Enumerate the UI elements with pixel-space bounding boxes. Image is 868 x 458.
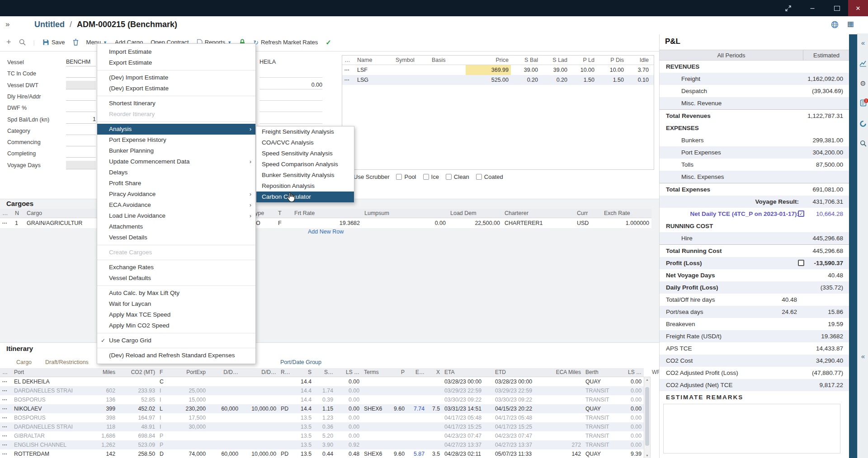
menu-item-delays[interactable]: Delays xyxy=(97,167,255,178)
field-input-completing[interactable] xyxy=(66,149,96,158)
tab-cargo[interactable]: Cargo xyxy=(16,359,32,365)
field-input-category[interactable] xyxy=(66,126,96,135)
delete-button[interactable] xyxy=(73,39,79,46)
save-button[interactable]: Save xyxy=(42,39,65,46)
menu-item-analysis[interactable]: Analysis› xyxy=(97,124,255,135)
table-row[interactable]: •••ROTTERDAM142258.50D74,00060,00010,000… xyxy=(0,449,644,458)
submenu-item-freight-sensitivity-analysis[interactable]: Freight Sensitivity Analysis xyxy=(256,126,354,137)
collapse-panel-icon[interactable]: « xyxy=(858,39,868,47)
table-row[interactable]: •••GIBRALTAR1,686698.84P13.55.200.0004/2… xyxy=(0,431,644,440)
table-row[interactable]: •••LSF369.9939.0039.0010.0010.003.70 xyxy=(342,65,654,75)
pnl-column-estimated[interactable]: Estimated xyxy=(803,50,849,61)
menu-item-vessel-defaults[interactable]: Vessel Defaults xyxy=(97,273,255,284)
search-icon[interactable] xyxy=(858,140,868,147)
window-minimize-button[interactable]: – xyxy=(803,0,822,16)
add-new-row-link[interactable]: Add New Row xyxy=(308,229,344,235)
chart-icon[interactable] xyxy=(858,60,868,67)
port-date-group-link[interactable]: Port/Date Group xyxy=(280,359,321,365)
window-maximize-button[interactable] xyxy=(827,0,846,16)
menu-item-update-commencement-data[interactable]: Update Commencement Data› xyxy=(97,156,255,167)
pnl-column-all-periods[interactable]: All Periods xyxy=(660,50,803,61)
sidebar-expand-icon[interactable]: » xyxy=(5,20,9,29)
table-row[interactable]: •••LSG525.000.200.201.501.500.10 xyxy=(342,75,654,85)
refresh-market-rates-button[interactable]: ↻ Refresh Market Rates xyxy=(253,39,318,46)
cell: 525.00 xyxy=(466,75,511,85)
scroll-down-icon[interactable]: ▼ xyxy=(644,454,650,457)
window-expand-button[interactable] xyxy=(778,0,797,16)
menu-item-export-estimate[interactable]: Export Estimate xyxy=(97,57,255,68)
port-field[interactable] xyxy=(259,115,322,124)
menu-item-load-line-avoidance[interactable]: Load Line Avoidance› xyxy=(97,210,255,221)
menu-item-eca-avoidance[interactable]: ECA Avoidance› xyxy=(97,200,255,210)
menu-item-apply-min-co2-speed[interactable]: Apply Min CO2 Speed xyxy=(97,320,255,331)
scroll-thumb[interactable] xyxy=(645,387,649,446)
field-input-tc-in-code[interactable] xyxy=(66,69,96,78)
menu-item-vessel-details[interactable]: Vessel Details xyxy=(97,232,255,243)
field-input-vessel-dwt[interactable] xyxy=(66,81,96,89)
gear-icon[interactable]: ⚙ xyxy=(858,79,868,88)
refresh-label: Refresh Market Rates xyxy=(261,39,318,46)
cell xyxy=(407,395,427,404)
estimate-remarks-input[interactable] xyxy=(663,404,840,453)
menu-item--dev-reload-and-refresh-standard-expenses[interactable]: (Dev) Reload and Refresh Standard Expens… xyxy=(97,350,255,361)
port-field[interactable]: HEILA xyxy=(259,58,322,66)
table-row[interactable]: •••EL DEKHEILAC14.40.0003/28/23 00:0003/… xyxy=(0,377,644,386)
field-input-dly-hire-addr[interactable] xyxy=(66,92,96,101)
menu-item-wait-for-laycan[interactable]: Wait for Laycan xyxy=(97,299,255,309)
submenu-item-speed-comparison-analysis[interactable]: Speed Comparison Analysis xyxy=(256,159,354,170)
tab-draft-restrictions[interactable]: Draft/Restrictions xyxy=(45,359,89,365)
table-row[interactable]: •••NIKOLAEV399452.02L230,20060,00010,000… xyxy=(0,404,644,413)
itinerary-scrollbar[interactable]: ▲ ▼ xyxy=(644,377,651,458)
submenu-item-coa-cvc-analysis[interactable]: COA/CVC Analysis xyxy=(256,137,354,148)
port-field[interactable] xyxy=(259,69,322,78)
profit-checkbox[interactable] xyxy=(798,260,804,266)
menu-item-exchange-rates[interactable]: Exchange Rates xyxy=(97,262,255,273)
menu-item-attachments[interactable]: Attachments xyxy=(97,221,255,232)
menu-item--dev-export-estimate[interactable]: (Dev) Export Estimate xyxy=(97,83,255,94)
donut-chart-icon[interactable] xyxy=(858,120,868,127)
field-input-vessel[interactable]: BENCHM xyxy=(66,58,96,66)
submenu-item-bunker-sensitivity-analysis[interactable]: Bunker Sensitivity Analysis xyxy=(256,170,354,181)
field-input-spd-bal-ldn-kn-[interactable]: 1 xyxy=(66,115,96,124)
table-row[interactable]: •••DARDANELLES STRAI11848.91I30,00013.50… xyxy=(0,422,644,431)
menu-item-use-cargo-grid[interactable]: Use Cargo Grid✓ xyxy=(97,335,255,346)
menu-item-apply-max-tce-speed[interactable]: Apply Max TCE Speed xyxy=(97,309,255,320)
menu-item-port-expense-history[interactable]: Port Expense History xyxy=(97,135,255,145)
menu-item-profit-share[interactable]: Profit Share xyxy=(97,178,255,189)
menu-item-bunker-planning[interactable]: Bunker Planning xyxy=(97,145,255,156)
table-row[interactable]: •••DARDANELLES STRAI602233.93I25,00014.4… xyxy=(0,386,644,395)
search-button[interactable] xyxy=(19,39,26,46)
checkbox-clean[interactable] xyxy=(446,174,452,180)
checkbox-pool[interactable] xyxy=(396,174,402,180)
menu-item-import-estimate[interactable]: Import Estimate xyxy=(97,47,255,57)
pnl-row-label: Hire xyxy=(681,232,693,244)
table-row[interactable]: •••ENGLISH CHANNEL1,262523.09P13.53.900.… xyxy=(0,440,644,449)
checkbox-ice[interactable] xyxy=(423,174,429,180)
cell: 22,500.00 xyxy=(448,218,502,228)
submenu-item-reposition-analysis[interactable]: Reposition Analysis xyxy=(256,181,354,192)
menu-item--dev-import-estimate[interactable]: (Dev) Import Estimate xyxy=(97,72,255,83)
field-input-dwf-[interactable] xyxy=(66,103,96,112)
submenu-item-speed-sensitivity-analysis[interactable]: Speed Sensitivity Analysis xyxy=(256,148,354,159)
port-field[interactable] xyxy=(259,103,322,112)
port-field[interactable]: 0.00 xyxy=(259,81,322,89)
menu-item-piracy-avoidance[interactable]: Piracy Avoidance› xyxy=(97,189,255,200)
field-input-commencing[interactable] xyxy=(66,138,96,146)
checkbox-coated[interactable] xyxy=(476,174,482,180)
tce-checkbox[interactable]: ✓ xyxy=(798,210,804,217)
table-row[interactable]: •••BOSPORUS398164.97I17,50013.51.230.000… xyxy=(0,413,644,422)
menu-item-auto-calc-by-max-lift-qty[interactable]: Auto Calc. by Max Lift Qty xyxy=(97,288,255,299)
field-input-voyage-days[interactable] xyxy=(66,161,96,169)
breadcrumb-untitled[interactable]: Untitled xyxy=(34,20,65,29)
grid-view-icon[interactable]: ▦ xyxy=(847,19,854,28)
collapse-bottom-panel-icon[interactable]: « xyxy=(858,352,868,360)
port-field[interactable] xyxy=(259,92,322,101)
table-row[interactable]: •••BOSPORUS13652.85I15,00014.40.390.0003… xyxy=(0,395,644,404)
new-button[interactable]: + xyxy=(6,37,11,47)
menu-item-shortest-itinerary[interactable]: Shortest Itinerary xyxy=(97,98,255,109)
pnl-row-label: Net Daily TCE (4TC_P on 2023-01-17): xyxy=(690,208,799,220)
globe-icon[interactable] xyxy=(831,21,839,28)
scroll-up-icon[interactable]: ▲ xyxy=(644,378,650,381)
window-close-button[interactable]: ✕ xyxy=(848,0,868,16)
submenu-item-carbon-calculator[interactable]: Carbon Calculator xyxy=(256,192,354,202)
